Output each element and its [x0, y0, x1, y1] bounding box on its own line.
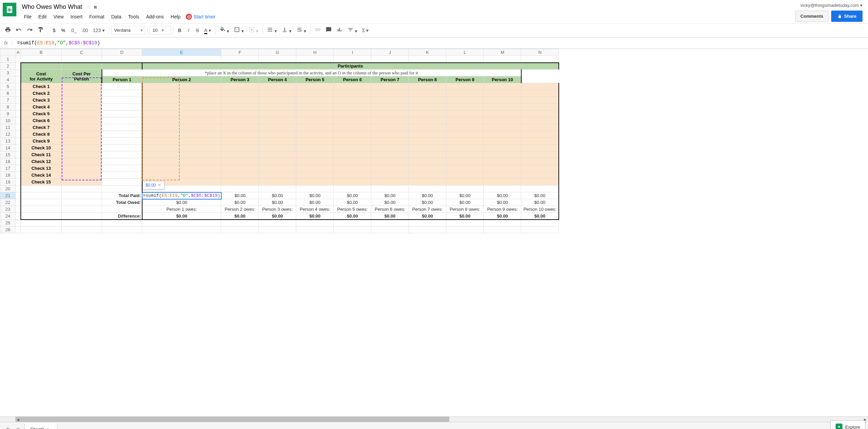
total-owed-value[interactable]: $0.00 — [521, 199, 559, 206]
cell[interactable] — [521, 83, 559, 90]
cell[interactable] — [334, 138, 371, 145]
cell[interactable] — [259, 179, 296, 186]
total-paid-value[interactable]: $0.00 — [334, 192, 371, 199]
row-header-4[interactable]: 4 — [0, 76, 16, 83]
person-header[interactable]: Person 3 — [221, 76, 259, 83]
paint-format-button[interactable] — [35, 25, 46, 36]
cell[interactable] — [409, 104, 446, 110]
cell[interactable] — [102, 186, 142, 192]
cell[interactable] — [259, 186, 296, 192]
cell[interactable] — [62, 158, 102, 165]
cell[interactable] — [484, 145, 521, 151]
total-paid-value[interactable]: $0.00 — [521, 192, 559, 199]
cell[interactable] — [102, 83, 142, 90]
cell[interactable] — [521, 124, 559, 131]
owes-label[interactable]: Person 2 owes: — [221, 206, 259, 213]
cell[interactable] — [221, 158, 259, 165]
format-number-button[interactable]: 123 ▾ — [91, 26, 106, 35]
cell[interactable] — [62, 83, 102, 90]
col-header-J[interactable]: J — [371, 49, 409, 56]
cell[interactable] — [296, 124, 334, 131]
row-header-20[interactable]: 20 — [0, 186, 16, 192]
row-header-9[interactable]: 9 — [0, 110, 16, 117]
cell[interactable] — [484, 117, 521, 124]
cell[interactable] — [371, 110, 409, 117]
cell[interactable] — [296, 158, 334, 165]
cell[interactable] — [296, 117, 334, 124]
cell[interactable] — [446, 145, 484, 151]
cell[interactable] — [296, 83, 334, 90]
cell[interactable] — [142, 83, 221, 90]
cell[interactable] — [484, 179, 521, 186]
comments-button[interactable]: Comments — [795, 11, 828, 22]
col-header-C[interactable]: C — [62, 49, 102, 56]
cell[interactable] — [334, 151, 371, 158]
text-wrap-button[interactable]: ▾ — [294, 25, 308, 36]
cell[interactable] — [334, 165, 371, 172]
cell[interactable] — [62, 124, 102, 131]
col-header-K[interactable]: K — [409, 49, 446, 56]
row-header-5[interactable]: 5 — [0, 83, 16, 90]
difference-value[interactable]: $0.00 — [371, 213, 409, 220]
explore-button[interactable]: ✦ Explore — [830, 420, 865, 429]
cell[interactable] — [521, 104, 559, 110]
menu-help[interactable]: Help — [167, 13, 184, 21]
check-label[interactable]: Check 2 — [21, 90, 62, 97]
select-all-corner[interactable] — [0, 49, 16, 56]
row-header-2[interactable]: 2 — [0, 63, 16, 70]
person-header[interactable]: Person 2 — [142, 76, 221, 83]
filter-button[interactable]: ▾ — [345, 25, 359, 36]
cell[interactable] — [334, 104, 371, 110]
row-header-7[interactable]: 7 — [0, 97, 16, 104]
total-paid-value[interactable]: $0.00 — [409, 192, 446, 199]
cell[interactable] — [142, 138, 221, 145]
cell[interactable] — [446, 117, 484, 124]
cell[interactable] — [334, 83, 371, 90]
cell[interactable] — [221, 124, 259, 131]
cell[interactable] — [409, 145, 446, 151]
active-cell[interactable]: =sumif(E5:E19,"O",$C$5:$C$19) — [142, 192, 221, 199]
cell[interactable] — [62, 206, 102, 213]
cell[interactable] — [521, 138, 559, 145]
total-owed-value[interactable]: $0.00 — [259, 199, 296, 206]
cell[interactable] — [521, 172, 559, 179]
functions-button[interactable]: Σ ▾ — [360, 26, 371, 35]
cell[interactable] — [296, 151, 334, 158]
cell[interactable] — [142, 124, 221, 131]
cell[interactable] — [221, 83, 259, 90]
horizontal-align-button[interactable]: ▾ — [265, 25, 279, 36]
cell[interactable] — [409, 97, 446, 104]
sheets-logo[interactable] — [3, 3, 16, 16]
total-paid-value[interactable]: $0.00 — [221, 192, 259, 199]
cell[interactable] — [371, 117, 409, 124]
cell[interactable] — [334, 131, 371, 138]
cell[interactable] — [142, 158, 221, 165]
col-header-L[interactable]: L — [446, 49, 484, 56]
cell[interactable] — [484, 97, 521, 104]
row-header-26[interactable]: 26 — [0, 226, 16, 233]
cell[interactable] — [446, 158, 484, 165]
cell[interactable] — [521, 151, 559, 158]
row-header-16[interactable]: 16 — [0, 158, 16, 165]
cell[interactable] — [446, 97, 484, 104]
person-header[interactable]: Person 7 — [371, 76, 409, 83]
check-label[interactable]: Check 14 — [21, 172, 62, 179]
row-header-19[interactable]: 19 — [0, 179, 16, 186]
cell[interactable] — [259, 97, 296, 104]
cell[interactable] — [142, 172, 221, 179]
star-icon[interactable]: ☆ — [86, 4, 91, 10]
col-header-B[interactable]: B — [21, 49, 62, 56]
cell[interactable] — [259, 172, 296, 179]
cell[interactable] — [142, 145, 221, 151]
total-owed-value[interactable]: $0.00 — [371, 199, 409, 206]
formula-input[interactable]: =sumif(E5:E19,"O",$C$5:$C$19) — [16, 38, 865, 48]
difference-value[interactable]: $0.00 — [221, 213, 259, 220]
row-header-8[interactable]: 8 — [0, 104, 16, 110]
cell[interactable] — [484, 158, 521, 165]
total-owed-label[interactable]: Total Owed: — [102, 199, 142, 206]
owes-label[interactable]: Person 4 owes: — [296, 206, 334, 213]
col-header-N[interactable]: N — [521, 49, 559, 56]
cell[interactable] — [221, 90, 259, 97]
cell[interactable] — [521, 145, 559, 151]
cell[interactable] — [484, 83, 521, 90]
